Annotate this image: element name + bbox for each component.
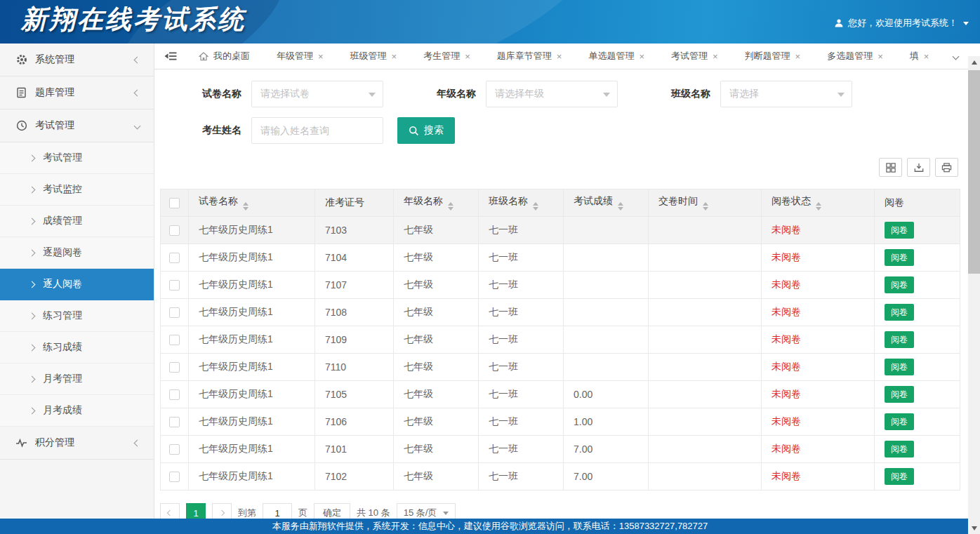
sidebar-item[interactable]: 成绩管理 (0, 206, 154, 237)
grade-button[interactable]: 阅卷 (885, 222, 914, 239)
row-checkbox[interactable] (169, 280, 180, 291)
next-page-button[interactable] (212, 503, 232, 519)
tab[interactable]: 考试管理× (658, 44, 731, 69)
sidebar-item[interactable]: 月考管理 (0, 363, 154, 395)
row-checkbox[interactable] (169, 253, 180, 263)
close-icon[interactable]: × (795, 51, 801, 62)
tab[interactable]: 单选题管理× (575, 44, 658, 69)
row-checkbox[interactable] (169, 362, 180, 373)
sort-icon[interactable] (533, 202, 538, 211)
sort-icon[interactable] (816, 202, 821, 211)
close-icon[interactable]: × (465, 51, 470, 62)
scroll-up-button[interactable] (968, 56, 980, 68)
filter-columns-button[interactable] (879, 158, 902, 177)
cell-grade: 七年级 (394, 408, 479, 436)
user-menu[interactable]: 您好，欢迎使用考试系统！ (834, 17, 969, 29)
close-icon[interactable]: × (713, 51, 718, 62)
grade-button[interactable]: 阅卷 (885, 249, 914, 266)
scroll-down-button[interactable] (968, 522, 980, 534)
filter-group-grade: 年级名称 请选择年级 (423, 81, 618, 107)
row-checkbox[interactable] (169, 444, 180, 455)
column-label: 年级名称 (404, 195, 443, 206)
sort-icon[interactable] (618, 202, 623, 211)
prev-page-button[interactable] (160, 503, 180, 519)
sidebar-group[interactable]: 题库管理 (0, 76, 154, 109)
tab[interactable]: 填× (896, 44, 943, 69)
close-icon[interactable]: × (924, 51, 929, 62)
row-checkbox[interactable] (169, 335, 180, 345)
cell-grade: 七年级 (394, 272, 479, 299)
row-checkbox[interactable] (169, 417, 180, 427)
sidebar-item[interactable]: 月考成绩 (0, 395, 154, 427)
cell-submit_time (649, 244, 762, 272)
vertical-scrollbar[interactable] (968, 56, 980, 534)
goto-confirm-button[interactable]: 确定 (314, 503, 350, 519)
cell-submit_time (649, 463, 762, 490)
select-all-checkbox[interactable] (169, 198, 180, 208)
chevron-right-icon (29, 344, 36, 351)
tab[interactable]: 我的桌面 (185, 44, 263, 69)
cell-submit_time (649, 326, 762, 354)
tab-label: 班级管理 (350, 50, 387, 62)
paper-select[interactable]: 请选择试卷 (251, 81, 383, 107)
close-icon[interactable]: × (878, 51, 883, 62)
tab[interactable]: 题库章节管理× (484, 44, 576, 69)
sidebar-item[interactable]: 考试监控 (0, 174, 154, 206)
sidebar-group[interactable]: 积分管理 (0, 427, 154, 460)
sidebar-group[interactable]: 考试管理 (0, 109, 154, 142)
cell-class: 七一班 (479, 436, 564, 463)
tab-bar: 我的桌面年级管理×班级管理×考生管理×题库章节管理×单选题管理×考试管理×判断题… (154, 44, 968, 69)
grade-button[interactable]: 阅卷 (885, 304, 914, 321)
sidebar-item[interactable]: 练习成绩 (0, 332, 154, 363)
grade-button[interactable]: 阅卷 (885, 386, 914, 403)
goto-page-input[interactable] (263, 503, 292, 519)
sidebar-item[interactable]: 逐人阅卷 (0, 269, 154, 300)
tab[interactable]: 考生管理× (410, 44, 484, 69)
cell-submit_time (649, 408, 762, 436)
class-label: 班级名称 (657, 88, 710, 100)
sidebar-item[interactable]: 逐题阅卷 (0, 237, 154, 269)
close-icon[interactable]: × (557, 51, 562, 62)
column-header: 准考证号 (315, 189, 394, 217)
row-checkbox[interactable] (169, 389, 180, 400)
tab[interactable]: 判断题管理× (731, 44, 814, 69)
cell-checkbox (161, 436, 189, 463)
grade-button[interactable]: 阅卷 (885, 413, 914, 430)
chevron-right-icon (29, 375, 36, 382)
grade-button[interactable]: 阅卷 (885, 276, 914, 293)
sidebar-item[interactable]: 考试管理 (0, 142, 154, 174)
sort-icon[interactable] (243, 202, 249, 211)
grade-button[interactable]: 阅卷 (885, 359, 914, 375)
cell-admission: 7109 (315, 326, 394, 354)
row-checkbox[interactable] (169, 225, 180, 236)
class-select[interactable]: 请选择 (720, 81, 852, 107)
close-icon[interactable]: × (392, 51, 397, 62)
scrollbar-thumb[interactable] (968, 70, 980, 274)
close-icon[interactable]: × (639, 51, 644, 62)
grade-button[interactable]: 阅卷 (885, 331, 914, 348)
sidebar-item[interactable]: 练习管理 (0, 300, 154, 332)
grade-button[interactable]: 阅卷 (885, 441, 914, 458)
grade-select[interactable]: 请选择年级 (486, 81, 618, 107)
cell-status: 未阅卷 (762, 326, 875, 354)
export-button[interactable] (907, 158, 930, 177)
tab[interactable]: 多选题管理× (814, 44, 896, 69)
current-page[interactable]: 1 (186, 503, 206, 519)
per-page-select[interactable]: 15 条/页 (397, 503, 456, 519)
tab[interactable]: 班级管理× (337, 44, 411, 69)
tab-more-button[interactable] (943, 44, 968, 69)
sidebar-group[interactable]: 系统管理 (0, 44, 154, 76)
row-checkbox[interactable] (169, 472, 180, 482)
collapse-tabs-button[interactable] (154, 44, 185, 69)
tab[interactable]: 年级管理× (263, 44, 337, 69)
student-name-input[interactable] (251, 117, 383, 144)
grade-button[interactable]: 阅卷 (885, 468, 914, 485)
search-button[interactable]: 搜索 (397, 117, 455, 144)
paper-select-placeholder: 请选择试卷 (260, 88, 310, 100)
cell-paper: 七年级历史周练1 (189, 436, 315, 463)
row-checkbox[interactable] (169, 307, 180, 318)
sort-icon[interactable] (448, 202, 453, 211)
sort-icon[interactable] (703, 202, 708, 211)
close-icon[interactable]: × (318, 51, 324, 62)
print-button[interactable] (935, 158, 958, 177)
